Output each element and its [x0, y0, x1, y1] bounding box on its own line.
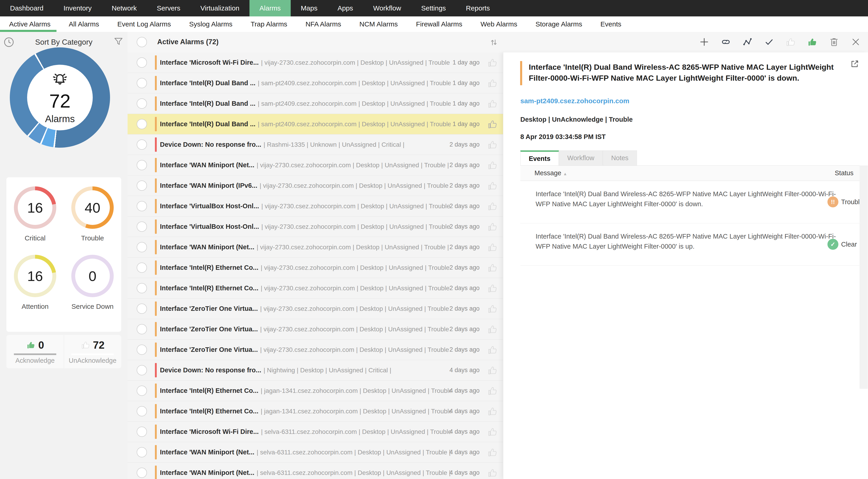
thumbs-up-icon[interactable]	[487, 201, 498, 212]
add-icon[interactable]	[699, 36, 710, 48]
row-checkbox[interactable]	[137, 324, 147, 334]
top-nav-item-apps[interactable]: Apps	[328, 0, 363, 17]
row-checkbox[interactable]	[137, 78, 147, 88]
link-icon[interactable]	[720, 36, 731, 48]
acknowledge-stat[interactable]: 0 Acknowledge	[6, 335, 64, 368]
row-checkbox[interactable]	[137, 160, 147, 170]
alarm-row[interactable]: Interface 'WAN Miniport (IPv6...| vijay-…	[128, 176, 503, 196]
detail-tab-events[interactable]: Events	[520, 150, 559, 166]
top-nav-item-maps[interactable]: Maps	[291, 0, 328, 17]
row-checkbox[interactable]	[137, 468, 147, 478]
alarm-row[interactable]: Interface 'ZeroTier One Virtua...| vijay…	[128, 299, 503, 319]
row-checkbox[interactable]	[137, 345, 147, 355]
thumbs-up-icon[interactable]	[487, 262, 498, 273]
sub-nav-item-events[interactable]: Events	[591, 17, 630, 32]
row-checkbox[interactable]	[137, 242, 147, 252]
scroll-gutter[interactable]	[860, 166, 868, 389]
row-checkbox[interactable]	[137, 386, 147, 396]
severity-stat[interactable]: 16 Attention	[14, 255, 56, 310]
thumbs-up-icon[interactable]	[487, 98, 498, 109]
sub-nav-item-ncm-alarms[interactable]: NCM Alarms	[350, 17, 407, 32]
severity-stat[interactable]: 16 Critical	[14, 186, 56, 242]
thumbs-up-icon[interactable]	[487, 324, 498, 335]
thumbs-up-icon[interactable]	[487, 365, 498, 376]
sub-nav-item-nfa-alarms[interactable]: NFA Alarms	[297, 17, 350, 32]
top-nav-item-settings[interactable]: Settings	[411, 0, 456, 17]
alarm-row[interactable]: Interface 'Intel(R) Ethernet Co...| vija…	[128, 278, 503, 299]
alarm-row[interactable]: Interface 'WAN Miniport (Net...| vijay-2…	[128, 155, 503, 176]
thumbs-up-icon[interactable]	[487, 344, 498, 355]
top-nav-item-network[interactable]: Network	[102, 0, 147, 17]
sub-nav-item-storage-alarms[interactable]: Storage Alarms	[526, 17, 591, 32]
row-checkbox[interactable]	[137, 263, 147, 273]
alarm-row[interactable]: Device Down: No response fro...| Rashmi-…	[128, 134, 503, 155]
row-checkbox[interactable]	[137, 447, 147, 457]
row-checkbox[interactable]	[137, 221, 147, 232]
thumbs-up-icon[interactable]	[487, 447, 498, 458]
thumbs-up-icon[interactable]	[487, 426, 498, 437]
thumbs-up-icon[interactable]	[487, 221, 498, 232]
top-nav-item-reports[interactable]: Reports	[456, 0, 500, 17]
severity-stat[interactable]: 40 Trouble	[71, 186, 114, 242]
alarm-row[interactable]: Interface 'Intel(R) Dual Band ...| sam-p…	[128, 73, 503, 93]
top-nav-item-dashboard[interactable]: Dashboard	[0, 0, 54, 17]
filter-icon[interactable]	[113, 36, 124, 48]
alarm-row[interactable]: Interface 'VirtualBox Host-Onl...| vijay…	[128, 196, 503, 216]
alarm-row[interactable]: Interface 'Microsoft Wi-Fi Dire...| selv…	[128, 422, 503, 442]
row-checkbox[interactable]	[137, 365, 147, 375]
alarm-row[interactable]: Interface 'Intel(R) Ethernet Co...| vija…	[128, 258, 503, 278]
row-checkbox[interactable]	[137, 119, 147, 129]
column-message[interactable]: Message▲	[534, 169, 567, 177]
top-nav-item-alarms[interactable]: Alarms	[249, 0, 291, 17]
sub-nav-item-firewall-alarms[interactable]: Firewall Alarms	[407, 17, 471, 32]
alarm-row[interactable]: Interface 'Microsoft Wi-Fi Dire...| vija…	[128, 52, 503, 73]
thumbs-up-icon[interactable]	[487, 242, 498, 253]
row-checkbox[interactable]	[137, 180, 147, 191]
top-nav-item-servers[interactable]: Servers	[147, 0, 190, 17]
top-nav-item-inventory[interactable]: Inventory	[54, 0, 102, 17]
row-checkbox[interactable]	[137, 406, 147, 416]
select-all-checkbox[interactable]	[137, 37, 147, 47]
top-nav-item-workflow[interactable]: Workflow	[363, 0, 411, 17]
thumbs-up-icon[interactable]	[487, 78, 498, 89]
thumbs-up-filled-icon[interactable]	[807, 36, 818, 48]
sort-icon[interactable]	[489, 37, 499, 48]
thumbs-up-icon[interactable]	[487, 180, 498, 191]
top-nav-item-virtualization[interactable]: Virtualization	[190, 0, 249, 17]
open-external-icon[interactable]	[850, 59, 860, 69]
alarm-row[interactable]: Interface 'ZeroTier One Virtua...| vijay…	[128, 339, 503, 360]
row-checkbox[interactable]	[137, 140, 147, 150]
event-row[interactable]: Interface 'Intel(R) Dual Band Wireless-A…	[520, 223, 860, 266]
sub-nav-item-syslog-alarms[interactable]: Syslog Alarms	[180, 17, 242, 32]
row-checkbox[interactable]	[137, 201, 147, 211]
alarm-row[interactable]: Interface 'Intel(R) Ethernet Co...| jaga…	[128, 381, 503, 401]
close-icon[interactable]	[850, 36, 861, 48]
row-checkbox[interactable]	[137, 98, 147, 109]
detail-tab-workflow[interactable]: Workflow	[559, 150, 603, 166]
alarm-row[interactable]: Interface 'Intel(R) Dual Band ...| sam-p…	[128, 93, 503, 114]
thumbs-up-icon[interactable]	[487, 468, 498, 478]
sub-nav-item-event-log-alarms[interactable]: Event Log Alarms	[108, 17, 180, 32]
detail-tab-notes[interactable]: Notes	[603, 150, 637, 166]
alarm-row[interactable]: Interface 'VirtualBox Host-Onl...| vijay…	[128, 216, 503, 237]
thumbs-up-icon[interactable]	[487, 385, 498, 396]
alarm-row[interactable]: Interface 'WAN Miniport (Net...| selva-6…	[128, 462, 503, 479]
event-row[interactable]: Interface 'Intel(R) Dual Band Wireless-A…	[520, 181, 860, 223]
thumbs-up-icon[interactable]	[487, 139, 498, 150]
alarm-row[interactable]: Device Down: No response fro...| Nightwi…	[128, 360, 503, 381]
alarm-row[interactable]: Interface 'WAN Miniport (Net...| selva-6…	[128, 442, 503, 462]
sub-nav-item-all-alarms[interactable]: All Alarms	[60, 17, 108, 32]
sub-nav-item-trap-alarms[interactable]: Trap Alarms	[242, 17, 297, 32]
row-checkbox[interactable]	[137, 303, 147, 314]
unacknowledge-stat[interactable]: 72 UnAcknowledge	[64, 335, 121, 368]
alarm-row[interactable]: Interface 'ZeroTier One Virtua...| vijay…	[128, 319, 503, 339]
thumbs-up-outline-icon[interactable]	[785, 36, 796, 48]
thumbs-up-icon[interactable]	[487, 303, 498, 314]
sub-nav-item-web-alarms[interactable]: Web Alarms	[471, 17, 526, 32]
alarms-donut-chart[interactable]: 72 Alarms	[10, 48, 110, 148]
severity-stat[interactable]: 0 Service Down	[71, 255, 114, 310]
thumbs-up-icon[interactable]	[487, 406, 498, 417]
column-status[interactable]: Status	[835, 169, 854, 177]
trash-icon[interactable]	[829, 36, 839, 48]
device-link[interactable]: sam-pt2409.csez.zohocorpin.com	[520, 97, 629, 105]
